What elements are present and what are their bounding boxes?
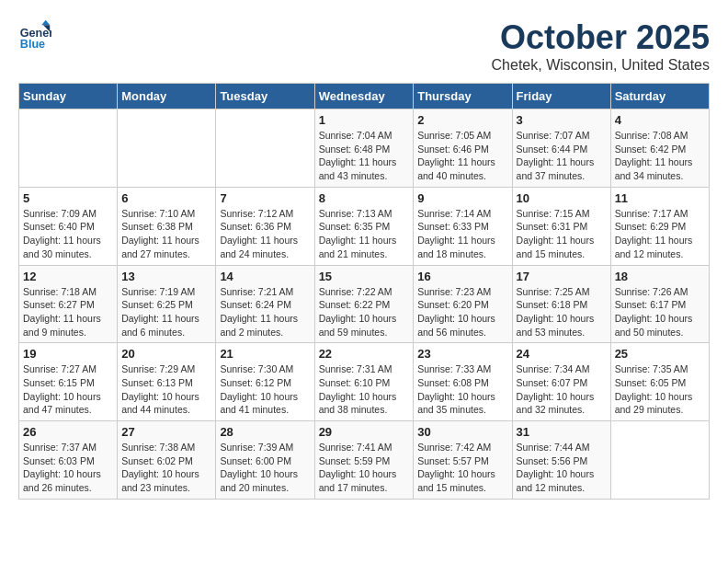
day-info: Sunrise: 7:21 AM Sunset: 6:24 PM Dayligh… (220, 285, 310, 339)
calendar-cell: 7Sunrise: 7:12 AM Sunset: 6:36 PM Daylig… (216, 187, 314, 265)
day-info: Sunrise: 7:22 AM Sunset: 6:22 PM Dayligh… (319, 285, 410, 339)
day-header-monday: Monday (118, 84, 216, 109)
calendar-cell: 10Sunrise: 7:15 AM Sunset: 6:31 PM Dayli… (512, 187, 610, 265)
calendar-cell: 21Sunrise: 7:30 AM Sunset: 6:12 PM Dayli… (216, 343, 314, 421)
day-number: 13 (121, 270, 211, 283)
day-info: Sunrise: 7:44 AM Sunset: 5:56 PM Dayligh… (517, 441, 607, 495)
svg-marker-2 (41, 20, 50, 25)
day-info: Sunrise: 7:27 AM Sunset: 6:15 PM Dayligh… (23, 362, 113, 417)
day-number: 31 (517, 425, 607, 439)
calendar-cell (118, 109, 216, 188)
day-number: 27 (121, 425, 211, 439)
day-header-sunday: Sunday (19, 84, 118, 109)
day-number: 24 (517, 347, 607, 361)
calendar-table: SundayMondayTuesdayWednesdayThursdayFrid… (18, 83, 710, 500)
page-header: General Blue October 2025 Chetek, Wiscon… (18, 18, 710, 74)
day-number: 21 (220, 347, 310, 361)
logo: General Blue (18, 18, 55, 52)
day-header-tuesday: Tuesday (216, 84, 314, 109)
calendar-cell: 30Sunrise: 7:42 AM Sunset: 5:57 PM Dayli… (414, 421, 512, 500)
day-info: Sunrise: 7:26 AM Sunset: 6:17 PM Dayligh… (615, 285, 705, 339)
day-number: 25 (615, 347, 705, 361)
day-info: Sunrise: 7:37 AM Sunset: 6:03 PM Dayligh… (23, 441, 113, 495)
day-number: 22 (319, 347, 410, 361)
calendar-cell: 27Sunrise: 7:38 AM Sunset: 6:02 PM Dayli… (118, 421, 216, 500)
day-info: Sunrise: 7:23 AM Sunset: 6:20 PM Dayligh… (417, 285, 507, 339)
calendar-cell: 1Sunrise: 7:04 AM Sunset: 6:48 PM Daylig… (314, 109, 414, 188)
day-number: 8 (319, 191, 410, 205)
title-area: October 2025 Chetek, Wisconsin, United S… (492, 18, 710, 74)
day-number: 7 (220, 191, 310, 205)
day-info: Sunrise: 7:13 AM Sunset: 6:35 PM Dayligh… (319, 207, 410, 261)
day-number: 26 (23, 425, 113, 439)
day-info: Sunrise: 7:05 AM Sunset: 6:46 PM Dayligh… (417, 129, 507, 183)
calendar-cell: 5Sunrise: 7:09 AM Sunset: 6:40 PM Daylig… (19, 187, 118, 265)
calendar-header-row: SundayMondayTuesdayWednesdayThursdayFrid… (19, 84, 710, 109)
day-number: 19 (23, 347, 113, 361)
calendar-cell (19, 109, 118, 188)
day-info: Sunrise: 7:29 AM Sunset: 6:13 PM Dayligh… (121, 362, 211, 417)
calendar-cell (216, 109, 314, 188)
week-row-1: 1Sunrise: 7:04 AM Sunset: 6:48 PM Daylig… (19, 109, 710, 188)
calendar-cell: 3Sunrise: 7:07 AM Sunset: 6:44 PM Daylig… (512, 109, 610, 188)
calendar-cell: 22Sunrise: 7:31 AM Sunset: 6:10 PM Dayli… (314, 343, 414, 421)
day-info: Sunrise: 7:12 AM Sunset: 6:36 PM Dayligh… (220, 207, 310, 261)
day-info: Sunrise: 7:31 AM Sunset: 6:10 PM Dayligh… (319, 362, 410, 417)
day-number: 29 (319, 425, 410, 439)
calendar-cell: 13Sunrise: 7:19 AM Sunset: 6:25 PM Dayli… (118, 265, 216, 343)
day-number: 5 (23, 191, 113, 205)
day-info: Sunrise: 7:10 AM Sunset: 6:38 PM Dayligh… (121, 207, 211, 261)
day-info: Sunrise: 7:14 AM Sunset: 6:33 PM Dayligh… (417, 207, 507, 261)
calendar-cell: 12Sunrise: 7:18 AM Sunset: 6:27 PM Dayli… (19, 265, 118, 343)
calendar-cell: 16Sunrise: 7:23 AM Sunset: 6:20 PM Dayli… (414, 265, 512, 343)
week-row-2: 5Sunrise: 7:09 AM Sunset: 6:40 PM Daylig… (19, 187, 710, 265)
day-number: 1 (319, 113, 410, 127)
day-info: Sunrise: 7:04 AM Sunset: 6:48 PM Dayligh… (319, 129, 410, 183)
day-number: 9 (417, 191, 507, 205)
day-header-wednesday: Wednesday (314, 84, 414, 109)
day-number: 11 (615, 191, 705, 205)
calendar-cell: 29Sunrise: 7:41 AM Sunset: 5:59 PM Dayli… (314, 421, 414, 500)
calendar-cell: 31Sunrise: 7:44 AM Sunset: 5:56 PM Dayli… (512, 421, 610, 500)
calendar-cell: 18Sunrise: 7:26 AM Sunset: 6:17 PM Dayli… (610, 265, 709, 343)
day-number: 30 (417, 425, 507, 439)
day-info: Sunrise: 7:15 AM Sunset: 6:31 PM Dayligh… (517, 207, 607, 261)
location: Chetek, Wisconsin, United States (492, 57, 710, 74)
calendar-cell: 17Sunrise: 7:25 AM Sunset: 6:18 PM Dayli… (512, 265, 610, 343)
day-number: 15 (319, 270, 410, 283)
week-row-4: 19Sunrise: 7:27 AM Sunset: 6:15 PM Dayli… (19, 343, 710, 421)
logo-icon: General Blue (18, 18, 51, 52)
day-info: Sunrise: 7:30 AM Sunset: 6:12 PM Dayligh… (220, 362, 310, 417)
calendar-cell: 2Sunrise: 7:05 AM Sunset: 6:46 PM Daylig… (414, 109, 512, 188)
day-info: Sunrise: 7:39 AM Sunset: 6:00 PM Dayligh… (220, 441, 310, 495)
week-row-3: 12Sunrise: 7:18 AM Sunset: 6:27 PM Dayli… (19, 265, 710, 343)
day-info: Sunrise: 7:35 AM Sunset: 6:05 PM Dayligh… (615, 362, 705, 417)
day-header-thursday: Thursday (414, 84, 512, 109)
svg-text:Blue: Blue (20, 38, 45, 51)
day-number: 28 (220, 425, 310, 439)
week-row-5: 26Sunrise: 7:37 AM Sunset: 6:03 PM Dayli… (19, 421, 710, 500)
day-number: 23 (417, 347, 507, 361)
calendar-cell: 26Sunrise: 7:37 AM Sunset: 6:03 PM Dayli… (19, 421, 118, 500)
day-info: Sunrise: 7:09 AM Sunset: 6:40 PM Dayligh… (23, 207, 113, 261)
day-info: Sunrise: 7:34 AM Sunset: 6:07 PM Dayligh… (517, 362, 607, 417)
day-number: 6 (121, 191, 211, 205)
calendar-cell: 24Sunrise: 7:34 AM Sunset: 6:07 PM Dayli… (512, 343, 610, 421)
day-info: Sunrise: 7:18 AM Sunset: 6:27 PM Dayligh… (23, 285, 113, 339)
day-number: 3 (517, 113, 607, 127)
day-number: 10 (517, 191, 607, 205)
calendar-cell: 25Sunrise: 7:35 AM Sunset: 6:05 PM Dayli… (610, 343, 709, 421)
day-info: Sunrise: 7:17 AM Sunset: 6:29 PM Dayligh… (615, 207, 705, 261)
day-number: 17 (517, 270, 607, 283)
day-number: 4 (615, 113, 705, 127)
calendar-cell: 6Sunrise: 7:10 AM Sunset: 6:38 PM Daylig… (118, 187, 216, 265)
day-info: Sunrise: 7:41 AM Sunset: 5:59 PM Dayligh… (319, 441, 410, 495)
day-info: Sunrise: 7:07 AM Sunset: 6:44 PM Dayligh… (517, 129, 607, 183)
day-header-friday: Friday (512, 84, 610, 109)
calendar-cell: 8Sunrise: 7:13 AM Sunset: 6:35 PM Daylig… (314, 187, 414, 265)
calendar-cell: 14Sunrise: 7:21 AM Sunset: 6:24 PM Dayli… (216, 265, 314, 343)
day-info: Sunrise: 7:25 AM Sunset: 6:18 PM Dayligh… (517, 285, 607, 339)
calendar-cell (610, 421, 709, 500)
day-info: Sunrise: 7:38 AM Sunset: 6:02 PM Dayligh… (121, 441, 211, 495)
calendar-cell: 23Sunrise: 7:33 AM Sunset: 6:08 PM Dayli… (414, 343, 512, 421)
